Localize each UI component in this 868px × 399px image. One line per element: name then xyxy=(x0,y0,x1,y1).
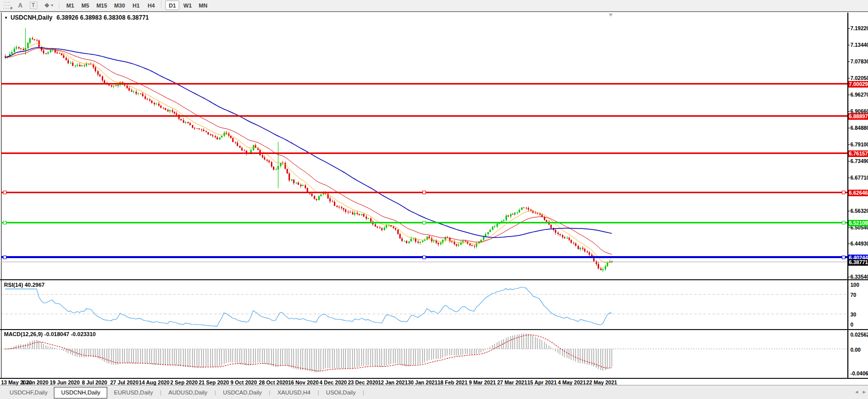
price-scale-tick: 6.56320 xyxy=(850,208,868,214)
tab-usoil-daily[interactable]: USOil,Daily xyxy=(320,387,363,397)
timeframe-button-m30[interactable]: M30 xyxy=(111,1,128,10)
toolbar-separator xyxy=(59,2,60,9)
plot-left-border xyxy=(1,13,2,378)
date-label: 14 Aug 2020 xyxy=(139,379,170,385)
timeframe-button-h1[interactable]: H1 xyxy=(129,1,143,10)
tab-usdcnh-daily[interactable]: USDCNH,Daily xyxy=(54,387,107,398)
line-drag-handle[interactable] xyxy=(3,191,7,194)
symbol-period-label: USDCNH,Daily xyxy=(11,14,52,21)
text-box-glyph: T xyxy=(30,2,37,9)
tab-separator: | xyxy=(269,389,270,395)
line-drag-handle[interactable] xyxy=(422,256,426,259)
timeframe-button-mn[interactable]: MN xyxy=(196,1,210,10)
date-label: 19 Jun 2020 xyxy=(50,379,80,385)
timeframe-button-d1[interactable]: D1 xyxy=(165,1,179,10)
date-label: 28 Oct 2020 xyxy=(259,379,288,385)
rsi-indicator-label: RSI(14) 40.2967 xyxy=(4,282,45,288)
rsi-scale-tick: 70 xyxy=(850,292,856,298)
line-drag-handle[interactable] xyxy=(422,221,426,224)
text-label-icon[interactable]: A xyxy=(15,1,26,10)
chart-title: ▼USDCNH,Daily6.38926 6.38983 6.38308 6.3… xyxy=(4,14,149,21)
tab-separator: | xyxy=(214,389,216,395)
timeframe-button-h4[interactable]: H4 xyxy=(144,1,158,10)
text-label-glyph: A xyxy=(18,2,23,9)
level-price-label: 6.88897 xyxy=(848,113,868,120)
tab-usdchf-daily[interactable]: USDCHF,Daily xyxy=(3,387,54,397)
chart-shift-marker[interactable] xyxy=(609,14,613,17)
price-scale-tick: 6.84880 xyxy=(850,125,868,131)
dropdown-caret-icon[interactable]: ▾ xyxy=(51,3,53,8)
fibonacci-grid-glyph: F xyxy=(4,2,11,9)
date-label: 9 Oct 2020 xyxy=(231,379,257,385)
chart-window: ▼USDCNH,Daily6.38926 6.38983 6.38308 6.3… xyxy=(0,11,868,386)
fibonacci-f-glyph: F xyxy=(11,7,13,10)
time-scale[interactable]: 13 May 20201 Jun 202019 Jun 20208 Jul 20… xyxy=(0,379,847,386)
line-drag-handle[interactable] xyxy=(422,191,426,194)
price-scale-tick: 7.02050 xyxy=(850,75,868,81)
line-drag-handle[interactable] xyxy=(3,256,7,259)
timeframe-buttons-group: M1M5M15M30H1H4D1W1MN xyxy=(62,1,210,10)
date-label: 4 Dec 2020 xyxy=(320,379,347,385)
rsi-scale-tick: 100 xyxy=(850,282,859,288)
timeframe-button-m5[interactable]: M5 xyxy=(78,1,92,10)
text-box-icon[interactable]: T xyxy=(27,1,40,10)
horizontal-line-6.88897[interactable] xyxy=(1,115,847,117)
tab-usdcad-daily[interactable]: USDCAD,Daily xyxy=(216,387,268,397)
date-label: 15 Apr 2021 xyxy=(527,379,557,385)
arrow-styles-icon[interactable]: ❖▾ xyxy=(41,1,56,10)
tab-audusd-daily[interactable]: AUDUSD,Daily xyxy=(162,387,214,397)
line-drag-handle[interactable] xyxy=(3,221,7,224)
tabs-scroll-right-icon[interactable]: ► xyxy=(862,389,866,394)
price-scale-tick: 6.44930 xyxy=(850,241,868,247)
tab-eurusd-daily[interactable]: EURUSD,Daily xyxy=(107,387,159,397)
price-scale-tick: 7.19220 xyxy=(850,25,868,31)
date-label: 21 Sep 2020 xyxy=(199,379,229,385)
price-chart-canvas[interactable] xyxy=(1,13,847,378)
price-scale-tick: 6.67710 xyxy=(850,175,868,181)
tab-xauusd-h4[interactable]: XAUUSD,H4 xyxy=(271,387,317,397)
drawing-tools-group: FAT❖▾ xyxy=(0,1,56,10)
line-drag-handle[interactable] xyxy=(842,256,845,259)
date-label: 12 Jan 2021 xyxy=(378,379,408,385)
macd-scale-tick: 0.00 xyxy=(850,347,860,353)
level-price-label: 7.00029 xyxy=(848,81,868,88)
tabs-scroll-left-icon[interactable]: ◄ xyxy=(854,389,859,394)
date-label: 18 Feb 2021 xyxy=(438,379,468,385)
price-scale-tick: 7.07830 xyxy=(850,58,868,64)
macd-bottom-border xyxy=(0,378,868,379)
date-label: 23 Dec 2020 xyxy=(348,379,378,385)
date-label: 1 Jun 2020 xyxy=(21,379,48,385)
line-drag-handle[interactable] xyxy=(842,191,845,194)
fibonacci-lines-icon[interactable]: F xyxy=(1,1,14,10)
collapse-icon[interactable]: ▼ xyxy=(4,16,8,20)
price-scale-tick: 6.73490 xyxy=(850,158,868,164)
chart-tabs-bar: USDCHF,DailyUSDCNH,DailyEURUSD,Daily|AUD… xyxy=(0,385,868,399)
date-label: 30 Jan 2021 xyxy=(408,379,438,385)
macd-scale-tick: 0.025623 xyxy=(850,332,868,338)
rsi-scale-tick: 30 xyxy=(850,311,856,317)
date-label: 16 Nov 2020 xyxy=(288,379,319,385)
date-label: 8 Jul 2020 xyxy=(82,379,107,385)
timeframe-button-m15[interactable]: M15 xyxy=(93,1,110,10)
toolbar-separator xyxy=(161,1,162,8)
horizontal-line-7.00029[interactable] xyxy=(1,83,847,85)
timeframe-button-m1[interactable]: M1 xyxy=(63,1,77,10)
rsi-scale-tick: 0 xyxy=(850,322,853,328)
tab-separator: | xyxy=(363,389,364,395)
date-label: 4 May 2021 xyxy=(558,379,586,385)
rsi-macd-pane-divider[interactable] xyxy=(0,329,868,330)
macd-scale-tick: -0.04068 xyxy=(850,370,868,376)
horizontal-line-6.76157[interactable] xyxy=(1,152,847,154)
timeframe-button-w1[interactable]: W1 xyxy=(180,1,195,10)
line-drag-handle[interactable] xyxy=(842,221,845,224)
level-price-label: 6.62646 xyxy=(848,190,868,196)
date-label: 2 Sep 2020 xyxy=(170,379,197,385)
arrow-styles-glyph: ❖ xyxy=(44,2,50,9)
date-label: 27 Jul 2020 xyxy=(110,379,138,385)
main-rsi-pane-divider[interactable] xyxy=(0,279,868,280)
price-scale[interactable]: 7.192207.134407.078307.020506.962706.906… xyxy=(849,13,868,378)
tab-separator: | xyxy=(160,389,162,395)
date-label: 9 Mar 2021 xyxy=(469,379,496,385)
top-toolbar: FAT❖▾ M1M5M15M30H1H4D1W1MN xyxy=(0,0,868,11)
ohlc-values: 6.38926 6.38983 6.38308 6.38771 xyxy=(56,14,149,21)
